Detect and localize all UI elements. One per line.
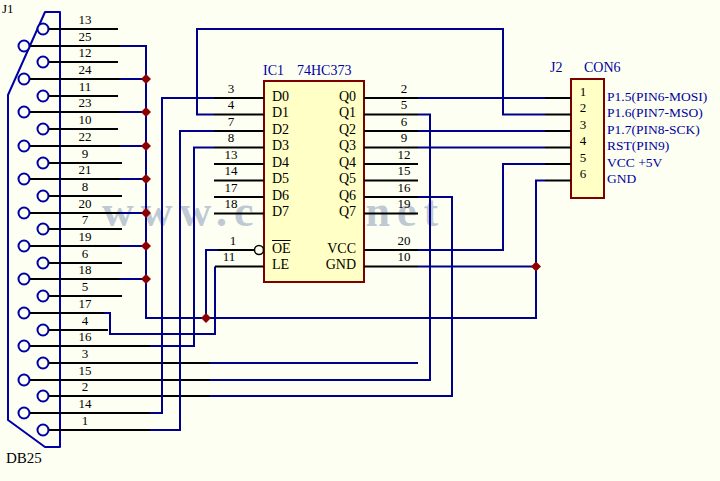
db25-pin-number: 12	[74, 46, 96, 59]
db25-pin-number: 9	[74, 147, 96, 160]
wire-pin1-d2	[150, 131, 214, 430]
ic-pin-label-d0: D0	[272, 90, 289, 104]
db25-pin-number: 8	[74, 180, 96, 193]
ic-pin-number: 4	[220, 98, 242, 111]
ic-pin-number: 17	[220, 181, 242, 194]
db25-pin-number: 21	[74, 163, 96, 176]
j2-pin-stubs	[545, 98, 571, 181]
wire-d1-j2pin2	[197, 29, 545, 115]
db25-pin-number: 19	[74, 230, 96, 243]
ic-pin-number: 15	[392, 164, 416, 177]
ic-pin-label-q1: Q1	[330, 106, 356, 120]
ic-part-label: 74HC373	[297, 64, 351, 78]
ic-pin-number: 11	[218, 250, 240, 263]
db25-name-label: DB25	[6, 451, 42, 466]
db25-pin-number: 14	[74, 397, 96, 410]
oe-inversion-bubble-icon	[255, 246, 264, 255]
ic-pin-number: 16	[392, 181, 416, 194]
ic-pin-label-oe: OE	[272, 242, 291, 256]
ic-pin-label-d3: D3	[272, 139, 289, 153]
db25-pin-number: 20	[74, 197, 96, 210]
db25-pin-number: 11	[74, 80, 96, 93]
ic-pin-label-le: LE	[272, 258, 289, 272]
db25-pin-number: 15	[74, 364, 96, 377]
db25-pin-number: 22	[74, 130, 96, 143]
db25-pin-number: 25	[74, 30, 96, 43]
j2-signal-label-mosi: P1.5(PIN6-MOSI)	[607, 90, 707, 104]
ic-pin-number: 12	[392, 148, 416, 161]
ic-ref-label: IC1	[263, 64, 284, 78]
db25-pin-number: 6	[74, 247, 96, 260]
db25-pin-number: 4	[74, 314, 96, 327]
ic-pin-number: 14	[220, 164, 242, 177]
ic-pin-label-gnd: GND	[318, 258, 356, 272]
ic-pin-number: 5	[392, 98, 416, 111]
ic-pin-number: 1	[222, 234, 244, 247]
ic-pin-label-q4: Q4	[330, 156, 356, 170]
ic-pin-label-vcc: VCC	[318, 242, 356, 256]
wire-oe-gnd	[206, 250, 218, 318]
ic-pin-label-d7: D7	[272, 205, 289, 219]
ic-pin-number: 19	[392, 197, 416, 210]
j2-signal-label-gnd: GND	[607, 172, 636, 186]
db25-pin-number: 5	[74, 280, 96, 293]
ic-pin-number: 20	[392, 234, 416, 247]
ic-pin-label-q2: Q2	[330, 123, 356, 137]
ic-pin-label-q3: Q3	[330, 139, 356, 153]
j2-pin-number: 2	[576, 101, 590, 114]
db25-pin-number: 13	[74, 13, 96, 26]
db25-pin-stubs	[30, 29, 210, 430]
db25-pin-number: 24	[74, 63, 96, 76]
ic-pin-label-d2: D2	[272, 123, 289, 137]
j2-part-label: CON6	[584, 61, 621, 75]
ic-pin-number: 13	[220, 148, 242, 161]
j2-signal-label-vcc: VCC +5V	[607, 156, 662, 170]
ic-pin-label-q7: Q7	[330, 205, 356, 219]
ic-pin-number: 10	[392, 250, 416, 263]
db25-pin-number: 18	[74, 263, 96, 276]
ic-pin-label-d5: D5	[272, 172, 289, 186]
ic-pin-number: 2	[392, 82, 416, 95]
db25-pin-number: 23	[74, 96, 96, 109]
j2-pin-number: 1	[576, 85, 590, 98]
j2-pin-number: 6	[576, 167, 590, 180]
j2-signal-label-rst: RST(PIN9)	[607, 139, 669, 153]
db25-pin-number: 10	[74, 113, 96, 126]
ic-pin-number: 6	[392, 115, 416, 128]
j2-signal-label-sck: P1.7(PIN8-SCK)	[607, 123, 700, 137]
ic-pin-number: 3	[220, 82, 242, 95]
db25-pin-circles-right	[38, 24, 49, 436]
j2-pin-number: 4	[576, 134, 590, 147]
db25-pin-number: 3	[74, 347, 96, 360]
ic-pin-number: 18	[220, 197, 242, 210]
ic-pin-label-d6: D6	[272, 189, 289, 203]
ic-pin-label-q6: Q6	[330, 189, 356, 203]
j2-signal-label-miso: P1.6(PIN7-MSO)	[607, 106, 703, 120]
wire-pin14-d0	[150, 98, 214, 413]
db25-pin-number: 1	[74, 414, 96, 427]
j2-pin-number: 5	[576, 151, 590, 164]
ic-pin-number: 8	[220, 131, 242, 144]
ic-pin-number: 7	[220, 115, 242, 128]
ic-pin-label-d1: D1	[272, 106, 289, 120]
j2-ref-label: J2	[550, 61, 562, 75]
ic-pin-number: 9	[392, 131, 416, 144]
db25-pin-number: 17	[74, 297, 96, 310]
ic-pin-label-q0: Q0	[330, 90, 356, 104]
j1-ref-label: J1	[2, 2, 14, 15]
wire-vcc-j2pin5	[418, 164, 545, 250]
ic-pin-label-d4: D4	[272, 156, 289, 170]
wire-pin17-le	[104, 267, 215, 335]
db25-pin-number: 2	[74, 380, 96, 393]
db25-pin-number: 16	[74, 330, 96, 343]
db25-pin-number: 7	[74, 213, 96, 226]
schematic-canvas: www.code.net	[0, 0, 720, 481]
j2-pin-number: 3	[576, 118, 590, 131]
ic-pin-label-q5: Q5	[330, 172, 356, 186]
db25-pin-circles-left	[19, 41, 30, 419]
